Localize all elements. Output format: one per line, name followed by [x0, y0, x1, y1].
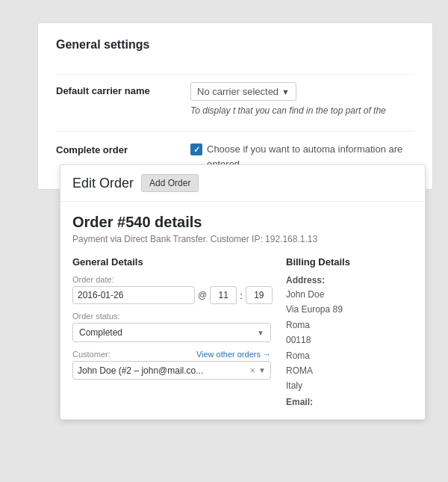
carrier-hint: To display t that you can find in the to… — [190, 104, 414, 117]
edit-order-title: Edit Order — [72, 176, 134, 191]
complete-order-label: Complete order — [56, 142, 190, 155]
carrier-select[interactable]: No carrier selected ▼ — [190, 82, 296, 101]
billing-address-name: John Doe — [286, 287, 413, 302]
billing-email-label: Email: — [286, 397, 413, 407]
billing-address-region: Roma — [286, 348, 413, 363]
billing-address-country: Italy — [286, 378, 413, 393]
order-time-min-input[interactable] — [246, 286, 273, 304]
status-select-arrow-icon: ▼ — [257, 329, 264, 337]
billing-address-province: ROMA — [286, 363, 413, 378]
customer-clear-icon[interactable]: × — [250, 365, 256, 376]
general-details-col: General Details Order date: @ : Order st… — [72, 256, 271, 407]
billing-address-street: Via Europa 89 — [286, 302, 413, 317]
carrier-select-text: No carrier selected — [197, 86, 279, 97]
order-date-input[interactable] — [72, 286, 195, 304]
order-status-select[interactable]: Completed ▼ — [72, 323, 271, 342]
carrier-select-arrow-icon: ▼ — [281, 87, 290, 96]
edit-order-header: Edit Order Add Order — [60, 165, 425, 202]
billing-details-col: Billing Details Address: John Doe Via Eu… — [286, 256, 413, 407]
billing-address-city: Roma — [286, 318, 413, 333]
billing-details-heading: Billing Details — [286, 256, 413, 268]
customer-label: Customer: — [72, 350, 111, 359]
order-status-value: Completed — [79, 327, 122, 338]
order-subtitle: Payment via Direct Bank Transfer. Custom… — [72, 234, 413, 244]
order-time-hour-input[interactable] — [210, 286, 237, 304]
edit-order-card: Edit Order Add Order Order #540 details … — [60, 164, 426, 420]
billing-address-label: Address: — [286, 275, 413, 285]
order-details-columns: General Details Order date: @ : Order st… — [72, 256, 413, 407]
add-order-button[interactable]: Add Order — [141, 174, 199, 192]
edit-order-body: Order #540 details Payment via Direct Ba… — [60, 202, 425, 419]
order-date-row: @ : — [72, 286, 271, 304]
default-carrier-control: No carrier selected ▼ To display t that … — [190, 82, 414, 117]
default-carrier-label: Default carrier name — [56, 82, 190, 96]
order-status-label: Order status: — [72, 312, 271, 321]
view-other-orders-link[interactable]: View other orders → — [196, 350, 271, 359]
default-carrier-row: Default carrier name No carrier selected… — [56, 74, 414, 117]
customer-label-row: Customer: View other orders → — [72, 350, 271, 359]
customer-chevron-icon: ▼ — [258, 366, 266, 374]
order-number-title: Order #540 details — [72, 214, 413, 231]
customer-name-text: John Doe (#2 – john@mail.co... — [78, 365, 247, 376]
billing-address-postal: 00118 — [286, 333, 413, 347]
complete-order-checkbox[interactable] — [190, 143, 202, 155]
customer-input-wrapper[interactable]: John Doe (#2 – john@mail.co... × ▼ — [72, 361, 271, 380]
general-settings-title: General settings — [56, 38, 414, 59]
at-separator: @ — [198, 290, 207, 300]
order-date-label: Order date: — [72, 275, 271, 284]
general-details-heading: General Details — [72, 256, 271, 268]
time-separator: : — [240, 290, 243, 301]
